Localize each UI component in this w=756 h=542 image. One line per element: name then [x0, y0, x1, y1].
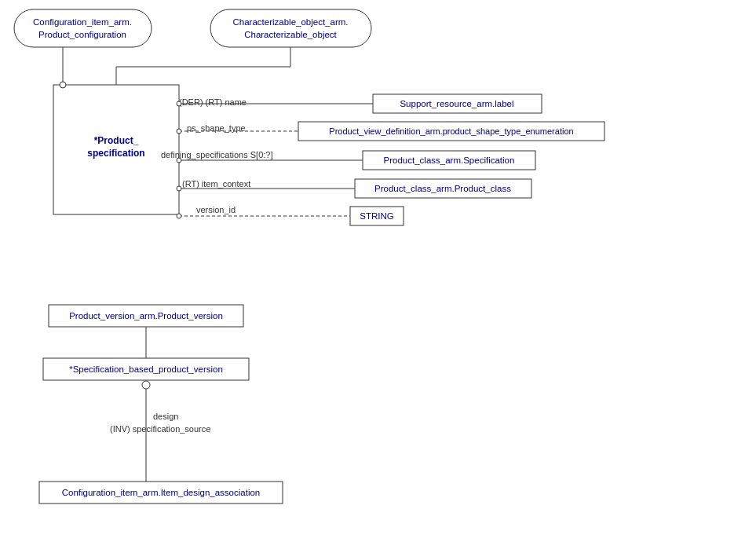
svg-text:Characterizable_object_arm.: Characterizable_object_arm. — [232, 17, 348, 27]
svg-text:Characterizable_object: Characterizable_object — [244, 30, 337, 39]
svg-point-10 — [60, 82, 66, 88]
svg-text:design: design — [153, 412, 178, 421]
svg-text:Product_view_definition_arm.pr: Product_view_definition_arm.product_shap… — [329, 126, 573, 136]
svg-text:Support_resource_arm.label: Support_resource_arm.label — [400, 99, 513, 108]
svg-text:(INV) specification_source: (INV) specification_source — [110, 424, 210, 434]
diagram-container: Configuration_item_arm. Product_configur… — [0, 0, 756, 542]
svg-text:Configuration_item_arm.Item_de: Configuration_item_arm.Item_design_assoc… — [62, 488, 261, 497]
svg-point-36 — [177, 186, 181, 191]
svg-point-39 — [177, 214, 181, 218]
diagram-svg: Configuration_item_arm. Product_configur… — [0, 0, 756, 542]
svg-text:specification: specification — [87, 148, 144, 159]
svg-rect-0 — [14, 9, 152, 47]
svg-text:Product_configuration: Product_configuration — [38, 30, 126, 39]
svg-rect-3 — [210, 9, 371, 47]
svg-text:*Product_: *Product_ — [94, 135, 139, 146]
svg-text:version_id: version_id — [196, 205, 236, 214]
svg-text:Product_class_arm.Specificatio: Product_class_arm.Specification — [384, 156, 515, 165]
svg-point-33 — [177, 158, 181, 163]
svg-text:(RT) item_context: (RT) item_context — [182, 179, 250, 189]
svg-text:*Specification_based_product_v: *Specification_based_product_version — [69, 364, 223, 374]
svg-text:STRING: STRING — [360, 211, 394, 221]
svg-text:Product_version_arm.Product_ve: Product_version_arm.Product_version — [69, 311, 223, 320]
svg-text:Configuration_item_arm.: Configuration_item_arm. — [33, 17, 132, 27]
svg-text:Product_class_arm.Product_clas: Product_class_arm.Product_class — [374, 184, 511, 193]
svg-point-45 — [142, 381, 150, 389]
svg-point-27 — [177, 101, 181, 106]
svg-text:(DER) (RT) name: (DER) (RT) name — [179, 97, 247, 107]
svg-point-30 — [177, 129, 181, 134]
